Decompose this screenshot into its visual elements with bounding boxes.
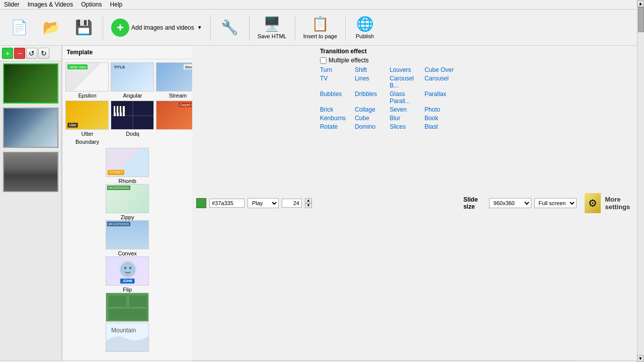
thumbnail-list — [0, 61, 61, 360]
effect-tv[interactable]: TV — [320, 74, 351, 89]
open-button[interactable]: 📂 — [36, 17, 66, 38]
rhomb-badge: STREET — [108, 170, 124, 175]
zippy-label: Zippy — [121, 214, 134, 220]
template-thumb-zippy: MOUNTAINS — [106, 184, 149, 213]
effect-turn[interactable]: Turn — [320, 66, 351, 74]
add-slide-button[interactable]: + — [2, 48, 13, 59]
effect-domino[interactable]: Domino — [355, 123, 385, 131]
effect-seven[interactable]: Seven — [389, 106, 420, 114]
thumbnail-3[interactable] — [3, 152, 58, 192]
svg-rect-21 — [121, 106, 123, 113]
spin-down[interactable]: ▼ — [305, 203, 312, 208]
number-input[interactable] — [282, 199, 302, 208]
save-icon: 💾 — [75, 19, 93, 36]
thumbnail-2[interactable] — [3, 108, 58, 148]
thumbnail-1[interactable] — [3, 63, 58, 104]
effect-bubbles[interactable]: Bubbles — [320, 90, 351, 105]
effect-kenburns[interactable]: Kenburns — [320, 114, 351, 122]
add-circle-icon: + — [111, 19, 129, 37]
template-thumb-boundary: Carpet Cut — [156, 101, 192, 130]
left-panel-controls: + − ↺ ↻ — [0, 46, 61, 61]
slide-size-row: Slide size 960x360 800x300 1200x450 Full… — [459, 46, 581, 360]
menu-options[interactable]: Options — [81, 1, 102, 8]
effect-cube[interactable]: Cube — [355, 114, 385, 122]
left-panel: + − ↺ ↻ — [0, 46, 62, 360]
effect-blur[interactable]: Blur — [389, 114, 420, 122]
template-thumb-epsilon: Wide View — [65, 62, 109, 92]
add-images-button[interactable]: + Add images and videos ▼ — [107, 17, 206, 39]
effect-blast[interactable]: Blast — [425, 123, 455, 131]
sep1 — [103, 15, 103, 40]
full-screen-select[interactable]: Full screen Fixed — [534, 198, 577, 208]
rotate-left-button[interactable]: ↺ — [26, 48, 37, 59]
settings-button[interactable]: 🔧 — [215, 17, 245, 38]
template-epsilon[interactable]: Wide View Epsilon — [65, 62, 109, 99]
template-convex[interactable]: MOUNTAINS Convex — [62, 220, 192, 256]
effect-brick[interactable]: Brick — [320, 106, 351, 114]
more-settings-button[interactable]: ⚙ More settings — [581, 46, 644, 360]
menu-help[interactable]: Help — [110, 1, 123, 8]
menubar: Slider Images & Videos Options Help — [0, 0, 644, 10]
template-row4-2[interactable] — [62, 293, 192, 323]
effect-parallax[interactable]: Parallax — [425, 90, 455, 105]
effect-glassparallax[interactable]: Glass Parall... — [389, 90, 420, 105]
open-icon: 📂 — [43, 19, 60, 36]
play-select[interactable]: Play Stop Pause — [248, 198, 279, 208]
menu-slider[interactable]: Slider — [4, 1, 20, 8]
angular-label: Angular — [123, 93, 142, 99]
template-zippy[interactable]: MOUNTAINS Zippy — [62, 184, 192, 220]
transition-section: Transition effect Multiple effects Turn … — [316, 46, 459, 360]
color-input[interactable] — [209, 199, 245, 208]
utter-badge: Utter — [67, 123, 77, 128]
save-html-label: Save HTML — [258, 33, 287, 39]
insert-icon: 📋 — [311, 16, 329, 32]
remove-slide-button[interactable]: − — [14, 48, 25, 59]
effect-grid: Turn Shift Louvers Cube Over TV Lines Ca… — [320, 66, 455, 133]
effect-book[interactable]: Book — [425, 114, 455, 122]
effect-carousel[interactable]: Carousel — [425, 74, 455, 89]
more-settings-label: More settings — [605, 196, 640, 211]
add-dropdown-arrow: ▼ — [197, 25, 202, 30]
epsilon-badge: Wide View — [67, 64, 87, 69]
new-button[interactable]: 📄 — [4, 17, 34, 38]
effect-carouselb[interactable]: Carousel B... — [389, 74, 420, 89]
save-html-button[interactable]: 🖥️ Save HTML — [254, 14, 291, 41]
template-angular[interactable]: TITLE Angular — [111, 62, 154, 99]
svg-point-24 — [124, 267, 126, 269]
insert-button[interactable]: 📋 Insert to page — [299, 14, 341, 41]
template-dodq[interactable]: Dodq — [111, 101, 154, 137]
right-panel: Template Wide View Epsilon TITLE Angular — [62, 46, 192, 360]
template-row4-3[interactable]: Mountain — [62, 323, 192, 353]
effect-shift[interactable]: Shift — [355, 66, 385, 74]
publish-button[interactable]: 🌐 Publish — [350, 14, 380, 41]
effect-slices[interactable]: Slices — [389, 123, 420, 131]
effect-cubeover[interactable]: Cube Over — [425, 66, 455, 74]
slide-size-select[interactable]: 960x360 800x300 1200x450 — [489, 198, 531, 208]
effect-dribbles[interactable]: Dribbles — [355, 90, 385, 105]
svg-rect-19 — [115, 106, 117, 113]
effect-collage[interactable]: Collage — [355, 106, 385, 114]
template-thumb-row4-3: Mountain — [106, 323, 149, 352]
template-rhomb[interactable]: STREET Rhomb — [62, 148, 192, 184]
template-flip[interactable]: JOHN Flip — [62, 256, 192, 293]
spin-up[interactable]: ▲ — [305, 198, 312, 203]
flip-badge: JOHN — [120, 279, 134, 284]
svg-point-25 — [129, 267, 131, 269]
effect-photo[interactable]: Photo — [425, 106, 455, 114]
multiple-effects-checkbox[interactable] — [320, 57, 327, 64]
boundary-badge: Carpet Cut — [179, 103, 192, 107]
template-utter[interactable]: Utter Utter — [65, 101, 109, 137]
effect-lines[interactable]: Lines — [355, 74, 385, 89]
effect-rotate[interactable]: Rotate — [320, 123, 351, 131]
template-boundary[interactable]: Carpet Cut — [156, 101, 192, 137]
sep5 — [345, 15, 346, 40]
zippy-badge: MOUNTAINS — [107, 186, 130, 190]
save-button[interactable]: 💾 — [68, 17, 99, 38]
effect-louvers[interactable]: Louvers — [389, 66, 420, 74]
publish-label: Publish — [356, 33, 374, 39]
template-stream[interactable]: Stream Stream — [156, 62, 192, 99]
color-swatch[interactable] — [196, 198, 206, 208]
rotate-right-button[interactable]: ↻ — [38, 48, 49, 59]
template-thumb-stream: Stream — [156, 62, 192, 92]
menu-images[interactable]: Images & Videos — [28, 1, 73, 8]
